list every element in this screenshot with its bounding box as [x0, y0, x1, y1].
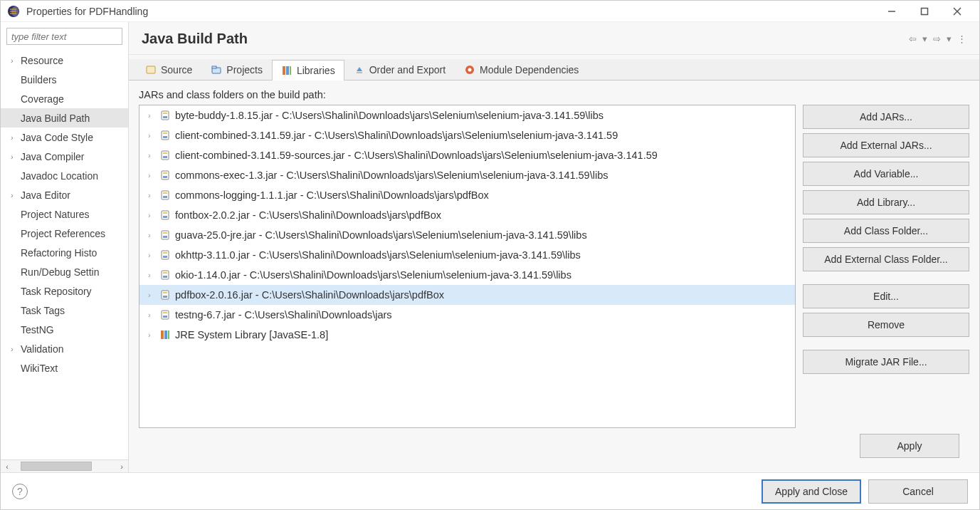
- tabbar: SourceProjectsLibrariesOrder and ExportM…: [129, 59, 979, 80]
- sidebar-item-label: Task Tags: [21, 305, 65, 316]
- sidebar-item[interactable]: ›Java Editor: [1, 185, 128, 204]
- tab[interactable]: Projects: [201, 59, 272, 80]
- svg-rect-16: [163, 113, 167, 114]
- sidebar-item[interactable]: Run/Debug Settin: [1, 262, 128, 281]
- sidebar-item-label: Project Natures: [21, 209, 89, 220]
- library-entry[interactable]: ›client-combined-3.141.59.jar - C:\Users…: [139, 125, 795, 145]
- jar-icon: [159, 189, 171, 201]
- add-external-jars-button[interactable]: Add External JARs...: [803, 133, 969, 157]
- tab-icon: [211, 64, 222, 76]
- sidebar-item[interactable]: WikiText: [1, 358, 128, 378]
- cancel-button[interactable]: Cancel: [868, 479, 968, 504]
- sidebar-item-label: Validation: [21, 343, 63, 355]
- library-entry[interactable]: ›testng-6.7.jar - C:\Users\Shalini\Downl…: [139, 305, 795, 325]
- sidebar-item[interactable]: Project Natures: [1, 204, 128, 224]
- sidebar-item[interactable]: Project References: [1, 224, 128, 243]
- close-button[interactable]: [941, 1, 974, 22]
- svg-rect-3: [922, 8, 928, 14]
- add-variable-button[interactable]: Add Variable...: [803, 162, 969, 186]
- svg-rect-26: [162, 191, 169, 199]
- sidebar-item[interactable]: Java Build Path: [1, 108, 128, 128]
- libraries-list[interactable]: ›byte-buddy-1.8.15.jar - C:\Users\Shalin…: [139, 105, 796, 428]
- library-entry[interactable]: ›byte-buddy-1.8.15.jar - C:\Users\Shalin…: [139, 105, 795, 125]
- library-entry[interactable]: ›fontbox-2.0.2.jar - C:\Users\Shalini\Do…: [139, 205, 795, 225]
- add-jars-button[interactable]: Add JARs...: [803, 105, 969, 129]
- sidebar-item[interactable]: TestNG: [1, 320, 128, 339]
- minimize-button[interactable]: [875, 1, 908, 22]
- sidebar-item[interactable]: Task Repository: [1, 281, 128, 301]
- header-nav-icons: ⇦ ▾ ⇨ ▾ ⋮: [909, 33, 966, 44]
- sidebar-item-label: Java Compiler: [21, 151, 84, 162]
- view-menu-icon[interactable]: ⋮: [957, 33, 966, 44]
- jar-icon: [159, 110, 171, 121]
- tab[interactable]: Libraries: [272, 60, 344, 80]
- scroll-right-icon[interactable]: ›: [115, 460, 128, 472]
- library-entry[interactable]: ›commons-exec-1.3.jar - C:\Users\Shalini…: [139, 165, 795, 185]
- side-buttons: Add JARs... Add External JARs... Add Var…: [803, 105, 969, 428]
- svg-rect-44: [162, 311, 169, 319]
- svg-rect-28: [163, 192, 167, 194]
- sidebar-item-label: Refactoring Histo: [21, 247, 97, 259]
- add-external-class-folder-button[interactable]: Add External Class Folder...: [803, 247, 969, 271]
- tab-label: Source: [161, 64, 192, 76]
- tab[interactable]: Module Dependencies: [455, 59, 588, 80]
- maximize-button[interactable]: [908, 1, 941, 22]
- forward-menu-icon[interactable]: ▾: [947, 33, 952, 44]
- library-entry[interactable]: ›okio-1.14.0.jar - C:\Users\Shalini\Down…: [139, 265, 795, 285]
- tab[interactable]: Source: [136, 59, 201, 80]
- edit-button[interactable]: Edit...: [803, 284, 969, 308]
- sidebar-item-label: TestNG: [21, 324, 54, 335]
- library-entry[interactable]: ›client-combined-3.141.59-sources.jar - …: [139, 145, 795, 165]
- svg-rect-6: [147, 66, 155, 73]
- library-entry[interactable]: ›pdfbox-2.0.16.jar - C:\Users\Shalini\Do…: [139, 285, 795, 305]
- titlebar: Properties for PDFHandling: [1, 1, 979, 22]
- svg-point-13: [468, 68, 472, 72]
- apply-and-close-button[interactable]: Apply and Close: [762, 479, 861, 504]
- svg-rect-23: [162, 171, 169, 179]
- library-entry[interactable]: ›commons-logging-1.1.1.jar - C:\Users\Sh…: [139, 185, 795, 205]
- sidebar-tree[interactable]: ›ResourceBuildersCoverageJava Build Path…: [1, 49, 128, 459]
- library-entry[interactable]: ›guava-25.0-jre.jar - C:\Users\Shalini\D…: [139, 225, 795, 245]
- sidebar-item-label: WikiText: [21, 363, 58, 374]
- back-icon[interactable]: ⇦: [909, 33, 917, 44]
- chevron-right-icon: ›: [148, 171, 158, 179]
- apply-button[interactable]: Apply: [860, 434, 959, 458]
- filter-field[interactable]: [6, 28, 122, 45]
- sidebar-item[interactable]: ›Resource: [1, 51, 128, 70]
- sidebar-item-label: Builders: [21, 74, 57, 85]
- remove-button[interactable]: Remove: [803, 313, 969, 337]
- sidebar-item[interactable]: Builders: [1, 70, 128, 89]
- svg-rect-42: [163, 296, 167, 298]
- svg-rect-45: [163, 316, 167, 318]
- sidebar-item[interactable]: Javadoc Location: [1, 166, 128, 185]
- sidebar-item[interactable]: Refactoring Histo: [1, 243, 128, 262]
- sidebar-item[interactable]: ›Validation: [1, 339, 128, 358]
- sidebar-item[interactable]: Coverage: [1, 89, 128, 108]
- library-entry[interactable]: ›okhttp-3.11.0.jar - C:\Users\Shalini\Do…: [139, 245, 795, 265]
- scroll-left-icon[interactable]: ‹: [1, 460, 14, 472]
- help-icon[interactable]: ?: [12, 484, 28, 499]
- svg-rect-46: [163, 312, 167, 313]
- svg-rect-8: [212, 66, 216, 68]
- sidebar-item[interactable]: Task Tags: [1, 301, 128, 320]
- add-library-button[interactable]: Add Library...: [803, 190, 969, 214]
- sidebar-item[interactable]: ›Java Compiler: [1, 147, 128, 166]
- svg-rect-40: [163, 272, 167, 274]
- migrate-button[interactable]: Migrate JAR File...: [803, 350, 969, 374]
- entry-label: commons-exec-1.3.jar - C:\Users\Shalini\…: [175, 170, 608, 181]
- library-entry[interactable]: ›JRE System Library [JavaSE-1.8]: [139, 325, 795, 345]
- sidebar-hscroll[interactable]: ‹ ›: [1, 459, 128, 472]
- scroll-thumb[interactable]: [21, 462, 92, 471]
- tab[interactable]: Order and Export: [344, 59, 455, 80]
- svg-rect-17: [162, 131, 169, 140]
- svg-rect-24: [163, 176, 167, 178]
- back-menu-icon[interactable]: ▾: [922, 33, 927, 44]
- chevron-right-icon: ›: [148, 131, 158, 140]
- svg-rect-29: [162, 211, 169, 219]
- sidebar-item[interactable]: ›Java Code Style: [1, 128, 128, 147]
- entry-label: testng-6.7.jar - C:\Users\Shalini\Downlo…: [175, 309, 392, 321]
- tab-label: Module Dependencies: [480, 64, 579, 76]
- filter-input[interactable]: [7, 28, 122, 44]
- forward-icon[interactable]: ⇨: [933, 33, 941, 44]
- add-class-folder-button[interactable]: Add Class Folder...: [803, 219, 969, 243]
